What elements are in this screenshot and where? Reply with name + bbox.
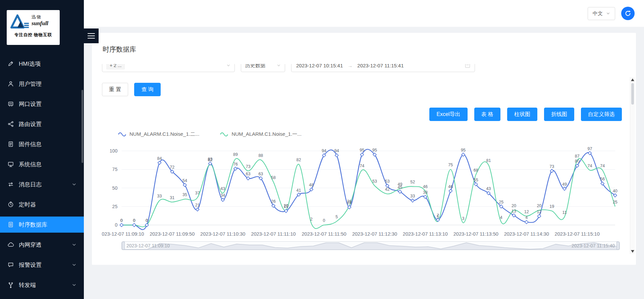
action-line-chart-button[interactable]: 折线图 — [544, 108, 574, 121]
svg-text:5: 5 — [437, 215, 439, 219]
content-card: 时序数据库 + 2 ... 历史数据 — [92, 33, 636, 265]
system-icon — [7, 161, 14, 168]
timer-icon — [7, 201, 14, 208]
svg-text:0: 0 — [323, 218, 325, 223]
svg-text:75: 75 — [448, 163, 453, 167]
tag-multiselect[interactable]: + 2 ... — [102, 64, 235, 72]
svg-text:94: 94 — [334, 148, 339, 153]
sidebar-item-alarm[interactable]: 报警设置 — [0, 257, 84, 273]
svg-text:2023-12-07 11:12:30: 2023-12-07 11:12:30 — [352, 231, 397, 237]
scroll-down-arrow-icon[interactable] — [631, 250, 634, 253]
svg-text:49: 49 — [397, 182, 402, 187]
datazoom-slider[interactable]: 2023-12-07 11:09:10 2023-12-07 11:15:40 — [121, 241, 620, 250]
sidebar-item-label: 消息日志 — [19, 181, 42, 188]
svg-text:46: 46 — [448, 184, 453, 189]
query-button[interactable]: 查 询 — [134, 83, 160, 96]
svg-text:73: 73 — [549, 164, 554, 169]
chevron-down-icon — [72, 262, 76, 267]
tsdb-icon — [7, 221, 14, 228]
svg-text:20: 20 — [512, 203, 516, 208]
legend-item-series-0[interactable]: NUM_ALARM.C1.Noise_1.二... — [118, 131, 199, 137]
svg-text:53: 53 — [385, 179, 390, 184]
sidebar-item-system[interactable]: 系统信息 — [0, 156, 84, 172]
svg-text:40: 40 — [613, 189, 618, 193]
svg-text:48: 48 — [309, 183, 314, 187]
svg-text:56: 56 — [600, 177, 605, 181]
datazoom-handle-right[interactable] — [616, 242, 620, 250]
action-excel-export-button[interactable]: Excel导出 — [429, 108, 467, 121]
date-range-picker[interactable]: 2023-12-07 10:15:41 → 2023-12-07 11:15:4… — [291, 64, 475, 72]
sidebar-item-forward[interactable]: 转发端 — [0, 277, 84, 293]
series-line-icon — [118, 132, 126, 137]
scrollbar-thumb[interactable] — [631, 83, 634, 105]
date-range-arrow: → — [347, 64, 353, 68]
svg-text:38: 38 — [423, 190, 428, 195]
sidebar-collapse-button[interactable] — [84, 28, 99, 43]
svg-text:58: 58 — [271, 175, 276, 180]
svg-text:43: 43 — [220, 186, 225, 191]
svg-text:4: 4 — [500, 215, 502, 220]
svg-text:63: 63 — [258, 172, 263, 176]
chart-legend: NUM_ALARM.C1.Noise_1.二...NUM_ALARM.C1.No… — [118, 131, 626, 137]
svg-text:53: 53 — [372, 179, 377, 184]
sidebar-item-label: 网口设置 — [19, 100, 42, 108]
svg-text:82: 82 — [297, 158, 301, 162]
hamburger-icon — [88, 33, 95, 34]
logo-mark-icon — [10, 13, 30, 30]
svg-text:2023-12-07 11:13:10: 2023-12-07 11:13:10 — [403, 231, 448, 237]
reset-button[interactable]: 重 置 — [102, 83, 128, 96]
svg-text:0: 0 — [120, 218, 123, 223]
svg-text:87: 87 — [575, 154, 580, 159]
svg-text:25: 25 — [112, 204, 118, 209]
sidebar-item-timer[interactable]: 定时器 — [0, 196, 84, 213]
legend-item-series-1[interactable]: NUM_ALARM.C1.Noise_1.一... — [220, 131, 301, 137]
logo-text-cn: 迅饶 — [32, 14, 48, 20]
svg-text:46: 46 — [423, 184, 428, 189]
svg-text:2023-12-07 11:11:50: 2023-12-07 11:11:50 — [302, 231, 346, 237]
sidebar-item-message[interactable]: 消息日志 — [0, 176, 84, 192]
svg-text:95: 95 — [360, 148, 364, 153]
svg-text:21: 21 — [195, 203, 200, 207]
action-bar-chart-button[interactable]: 柱状图 — [507, 108, 537, 121]
sidebar-scrollbar-thumb[interactable] — [82, 90, 83, 163]
query-button-row: 重 置 查 询 — [102, 83, 626, 96]
timeseries-chart[interactable]: 02550751002023-12-07 11:09:102023-12-07 … — [102, 139, 621, 240]
svg-text:33: 33 — [157, 194, 162, 198]
svg-text:41: 41 — [297, 188, 301, 193]
sidebar-item-tunnel[interactable]: 内网穿透 — [0, 237, 84, 253]
legend-label: NUM_ALARM.C1.Noise_1.一... — [231, 131, 301, 137]
sidebar-item-user[interactable]: 用户管理 — [0, 76, 84, 92]
chart-area: 02550751002023-12-07 11:09:102023-12-07 … — [102, 139, 621, 240]
filter-strip: + 2 ... 历史数据 2023-12-07 10 — [102, 64, 626, 73]
svg-text:33: 33 — [410, 194, 415, 198]
action-table-button[interactable]: 表 格 — [474, 108, 500, 121]
sidebar-item-hmi[interactable]: HMI选项 — [0, 56, 84, 72]
data-type-select[interactable]: 历史数据 — [241, 64, 285, 72]
svg-text:76: 76 — [233, 162, 238, 167]
svg-text:4: 4 — [525, 215, 528, 220]
sidebar-item-tsdb[interactable]: 时序数据库 — [0, 217, 84, 233]
svg-text:94: 94 — [322, 148, 326, 153]
datazoom-start-label: 2023-12-07 11:09:10 — [126, 243, 170, 248]
sidebar-item-port[interactable]: 网口设置 — [0, 96, 84, 112]
action-custom-filter-button[interactable]: 自定义筛选 — [581, 108, 622, 121]
svg-text:34: 34 — [220, 193, 225, 198]
date-start-value: 2023-12-07 10:15:41 — [296, 64, 343, 68]
svg-text:2023-12-07 11:15:10: 2023-12-07 11:15:10 — [555, 231, 600, 237]
svg-text:72: 72 — [170, 165, 174, 170]
svg-text:75: 75 — [112, 167, 118, 172]
svg-text:81: 81 — [486, 158, 491, 163]
scroll-up-arrow-icon[interactable] — [631, 78, 634, 81]
svg-text:54: 54 — [182, 178, 187, 183]
sidebar-item-route[interactable]: 路由设置 — [0, 116, 84, 132]
svg-text:31: 31 — [170, 195, 174, 200]
firmware-icon — [7, 141, 14, 147]
sidebar-item-firmware[interactable]: 固件信息 — [0, 136, 84, 152]
svg-text:25: 25 — [613, 200, 618, 204]
refresh-button[interactable] — [621, 7, 635, 20]
language-select[interactable]: 中文 — [588, 7, 615, 20]
content-scrollbar[interactable] — [630, 77, 635, 254]
svg-text:74: 74 — [600, 164, 605, 168]
datazoom-handle-left[interactable] — [122, 242, 125, 250]
series-line-icon — [220, 132, 228, 137]
